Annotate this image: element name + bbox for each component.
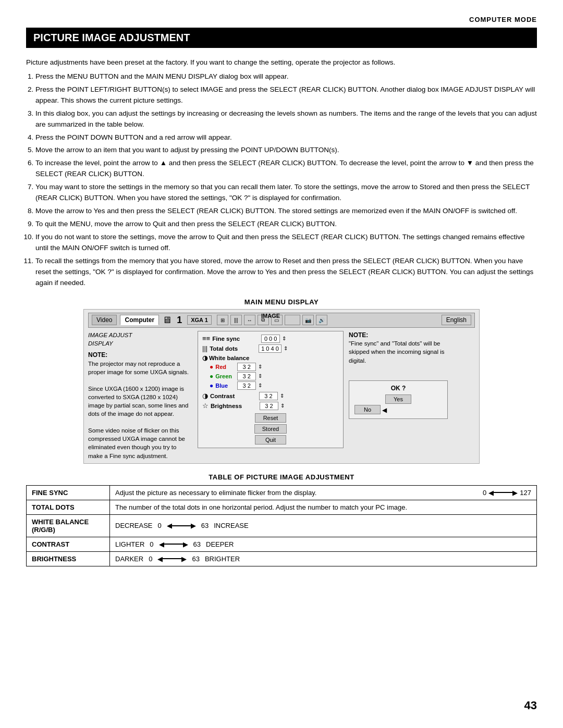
xga-button[interactable]: XGA 1: [187, 315, 212, 325]
brightness-value: 3 2: [260, 402, 278, 410]
icon-speaker[interactable]: 🔊: [316, 315, 327, 325]
step-1: Press the MENU BUTTON and the MAIN MENU …: [35, 71, 537, 82]
contrast-row: ◑ Contrast 3 2 ⇕: [202, 392, 339, 400]
left-note-text: The projector may not reproduce a proper…: [88, 360, 192, 460]
step-7: You may want to store the settings in th…: [35, 182, 537, 204]
blue-icon: ●: [210, 382, 213, 389]
blue-value: 3 2: [237, 381, 256, 390]
total-dots-desc: The number of the total dots in one hori…: [110, 500, 537, 514]
ok-panel: OK ? Yes No ◀: [349, 380, 448, 419]
wb-extra: INCREASE: [214, 522, 248, 529]
table-row: FINE SYNC Adjust the picture as necessar…: [27, 485, 537, 500]
icon-blank[interactable]: [285, 315, 300, 325]
diagram-area: Video Computer 🖥 1 XGA 1 IMAGE ⊞ ||| ↔ ⧉…: [26, 309, 537, 464]
no-button[interactable]: No: [354, 405, 381, 414]
white-balance-section: ◑ White balance ● Red 3 2 ⇕ ● Green: [202, 354, 339, 390]
arrow-left-contrast: ◀: [159, 540, 164, 548]
wb-desc: DECREASE 0 ◀ ▶ 63 INCREASE: [110, 514, 537, 537]
brightness-range-start: 0: [149, 555, 152, 563]
monitor-icon: 🖥: [162, 315, 172, 326]
blue-row: ● Blue 3 2 ⇕: [210, 381, 339, 390]
steps-list: Press the MENU BUTTON and the MAIN MENU …: [35, 71, 537, 289]
no-row: No ◀: [354, 405, 442, 415]
red-value: 3 2: [237, 363, 256, 371]
fine-sync-icon: ≡≡: [202, 335, 210, 342]
table-label: TABLE OF PICTURE IMAGE ADJUSTMENT: [26, 473, 537, 481]
blue-label: Blue: [215, 382, 235, 389]
contrast-extra: DEEPER: [206, 540, 234, 548]
wb-icon: ◑: [202, 354, 207, 362]
total-dots-arrows[interactable]: ⇕: [284, 346, 288, 351]
total-dots-row: ||| Total dots 1 0 4 0 ⇕: [202, 344, 339, 353]
wb-range-end: 63: [201, 522, 209, 529]
total-dots-icon: |||: [202, 344, 207, 352]
tab-video[interactable]: Video: [92, 315, 117, 325]
brightness-row: ☆ Brightness 3 2 ⇕: [202, 402, 339, 410]
brightness-header: BRIGHTNESS: [27, 551, 110, 566]
wb-range-start: 0: [158, 522, 162, 529]
total-dots-value: 1 0 4 0: [259, 344, 282, 353]
ok-text: OK ?: [354, 384, 442, 393]
step-2: Press the POINT LEFT/RIGHT BUTTON(s) to …: [35, 84, 537, 106]
stored-button[interactable]: Stored: [254, 424, 287, 434]
step-8: Move the arrow to Yes and then press the…: [35, 206, 537, 217]
table-row: WHITE BALANCE (R/G/B) DECREASE 0 ◀ ▶ 63 …: [27, 514, 537, 537]
arrow-left-wb: ◀: [167, 522, 172, 529]
red-row: ● Red 3 2 ⇕: [210, 363, 339, 371]
arrow-right-contrast: ▶: [183, 540, 188, 548]
image-icons-group: IMAGE ⊞ ||| ↔ ⧉ ▭ 📷 🔊: [217, 315, 327, 325]
contrast-arrows[interactable]: ⇕: [280, 393, 284, 399]
brightness-desc: DARKER 0 ◀ ▶ 63 BRIGHTER: [110, 551, 537, 566]
red-icon: ●: [210, 363, 213, 371]
red-arrows[interactable]: ⇕: [258, 364, 262, 369]
step-6: To increase the level, point the arrow t…: [35, 158, 537, 180]
icon-grid[interactable]: ⊞: [217, 315, 228, 325]
left-note-column: IMAGE ADJUST DISPLAY NOTE: The projector…: [88, 331, 192, 460]
arrow-right-wb: ▶: [191, 522, 196, 529]
fine-sync-range-start: 0: [483, 489, 486, 497]
right-note-title: NOTE:: [349, 331, 448, 340]
image-adjust-panel: ≡≡ Fine sync 0 0 0 ⇕ ||| Total dots 1 0 …: [198, 331, 344, 448]
step-11: To recall the settings from the memory t…: [35, 256, 537, 289]
fine-sync-arrows[interactable]: ⇕: [282, 336, 286, 341]
green-row: ● Green 3 2 ⇕: [210, 372, 339, 380]
icon-camera[interactable]: 📷: [302, 315, 314, 325]
green-value: 3 2: [237, 372, 256, 380]
image-label-text: IMAGE: [261, 313, 280, 319]
main-menu-label: MAIN MENU DISPLAY: [26, 298, 537, 306]
brightness-range-end: 63: [192, 555, 199, 563]
arrow-left-brightness: ◀: [157, 555, 163, 563]
computer-number: 1: [177, 315, 182, 326]
computer-mode-header: COMPUTER MODE: [26, 16, 537, 23]
step-9: To quit the MENU, move the arrow to Quit…: [35, 219, 537, 230]
english-button[interactable]: English: [442, 315, 471, 325]
icon-arrows[interactable]: ↔: [244, 315, 255, 325]
arrow-right-brightness: ▶: [181, 555, 187, 563]
adjustment-table: FINE SYNC Adjust the picture as necessar…: [26, 485, 537, 566]
yes-button[interactable]: Yes: [385, 394, 411, 404]
contrast-icon: ◑: [202, 392, 208, 400]
menu-bar: Video Computer 🖥 1 XGA 1 IMAGE ⊞ ||| ↔ ⧉…: [88, 313, 475, 328]
page-title: PICTURE IMAGE ADJUSTMENT: [26, 28, 537, 48]
arrow-left-icon: ◀: [382, 406, 387, 414]
brightness-arrows[interactable]: ⇕: [280, 403, 285, 409]
right-note-text: "Fine sync" and "Total dots" will be ski…: [349, 339, 448, 364]
blue-arrows[interactable]: ⇕: [258, 382, 262, 388]
green-arrows[interactable]: ⇕: [258, 373, 262, 379]
contrast-range-end: 63: [193, 540, 201, 548]
table-row: TOTAL DOTS The number of the total dots …: [27, 500, 537, 514]
tab-computer[interactable]: Computer: [120, 315, 159, 325]
brightness-icon: ☆: [202, 402, 209, 410]
quit-button[interactable]: Quit: [255, 435, 286, 445]
fine-sync-label: Fine sync: [212, 336, 259, 342]
fine-sync-range-end: 127: [520, 489, 531, 497]
total-dots-label: Total dots: [210, 346, 256, 352]
table-row: BRIGHTNESS DARKER 0 ◀ ▶ 63 BRIGHTER: [27, 551, 537, 566]
icon-bars[interactable]: |||: [230, 315, 242, 325]
brightness-extra: BRIGHTER: [205, 555, 240, 563]
adjust-buttons: Reset Stored Quit: [202, 413, 339, 445]
intro-text: Picture adjustments have been preset at …: [26, 57, 537, 68]
total-dots-header: TOTAL DOTS: [27, 500, 110, 514]
white-balance-label: ◑ White balance: [202, 354, 339, 362]
reset-button[interactable]: Reset: [255, 413, 286, 423]
